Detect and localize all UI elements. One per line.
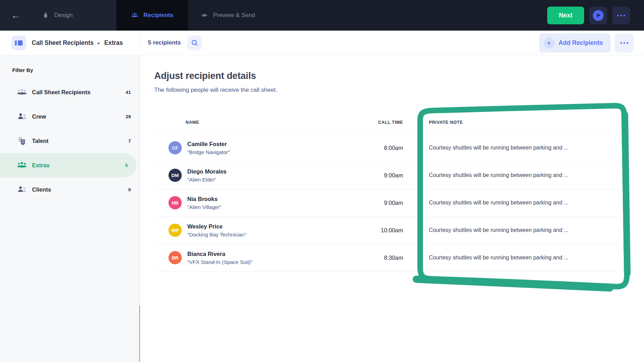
tab-label: Design [54, 12, 73, 19]
ellipsis-icon [617, 15, 625, 16]
call-time-cell[interactable]: 9:00am [349, 200, 403, 206]
recipient-table: NAME CALL TIME PRIVATE NOTE CF Camille F… [154, 112, 630, 272]
filter-sidebar: Filter By Call Sheet Recipients 41 Crew … [0, 55, 140, 362]
recipient-role: "Alien Elder" [187, 177, 227, 183]
name-cell: NB Nia Brooks "Alien Villager" [154, 196, 349, 210]
sidebar-item-talent[interactable]: Talent 7 [0, 129, 140, 153]
sidebar-item-label: Call Sheet Recipients [32, 89, 91, 96]
top-navigation-bar: ← Design Recipients Preview & Send [0, 0, 644, 31]
table-header-row: NAME CALL TIME PRIVATE NOTE [154, 112, 630, 134]
table-row[interactable]: CF Camille Foster "Bridge Navigator" 8:0… [154, 134, 630, 162]
call-sheet-icon[interactable] [11, 35, 26, 50]
sidebar-item-extras[interactable]: Extras 5 [0, 153, 136, 177]
recipient-role: "Bridge Navigator" [187, 149, 230, 155]
recipient-role: "Alien Villager" [187, 204, 221, 210]
sidebar-item-count: 0 [128, 187, 131, 192]
recipient-name: Wesley Price [187, 223, 246, 230]
breadcrumb-bar: Call Sheet Recipients ▸ Extras 5 recipie… [0, 31, 644, 55]
name-cell: CF Camille Foster "Bridge Navigator" [154, 141, 349, 155]
column-header-call-time: CALL TIME [349, 120, 403, 125]
recipient-name: Nia Brooks [187, 196, 221, 202]
table-row[interactable]: NB Nia Brooks "Alien Villager" 9:00am Co… [154, 189, 630, 217]
private-note-cell[interactable]: Courtesy shuttles will be running betwee… [429, 227, 630, 233]
ellipsis-icon [620, 42, 628, 44]
tab-label: Recipients [143, 12, 173, 19]
name-cell: DM Diego Morales "Alien Elder" [154, 168, 349, 183]
topbar-left-section: ← Design [0, 0, 116, 31]
name-cell: BR Bianca Rivera "VFX Stand-In (Space Su… [154, 251, 349, 265]
avatar-initials: BR [172, 255, 179, 260]
sidebar-item-label: Clients [32, 186, 51, 193]
sidebar-item-label: Extras [32, 162, 49, 169]
column-header-name: NAME [154, 120, 349, 125]
table-row[interactable]: DM Diego Morales "Alien Elder" 9:00am Co… [154, 162, 630, 189]
people-group-icon [131, 11, 139, 19]
tab-preview-and-send[interactable]: Preview & Send [188, 0, 268, 31]
topbar-actions: Next [547, 0, 644, 31]
group-icon [17, 87, 27, 97]
recipient-name: Diego Morales [187, 168, 227, 175]
eye-icon [201, 11, 208, 19]
play-button[interactable] [589, 7, 607, 24]
avatar-initials: WP [171, 228, 179, 233]
avatar: DM [168, 169, 182, 182]
recipient-name: Bianca Rivera [187, 251, 252, 257]
ink-drop-icon [42, 11, 49, 19]
call-time-cell[interactable]: 8:00am [349, 145, 403, 151]
name-cell: WP Wesley Price "Docking Bay Technician" [154, 223, 349, 238]
sidebar-item-count: 41 [126, 90, 131, 95]
recipient-name: Camille Foster [187, 141, 230, 147]
sidebar-item-count: 5 [125, 163, 128, 168]
clients-icon [17, 184, 27, 195]
avatar-initials: DM [172, 173, 179, 178]
avatar: NB [168, 196, 182, 209]
search-icon [191, 39, 198, 46]
tab-design[interactable]: Design [31, 0, 83, 31]
sidebar-item-clients[interactable]: Clients 0 [0, 177, 140, 202]
table-row[interactable]: WP Wesley Price "Docking Bay Technician"… [154, 217, 630, 244]
private-note-cell[interactable]: Courtesy shuttles will be running betwee… [429, 172, 630, 178]
filter-by-heading: Filter By [12, 67, 140, 73]
topbar-more-button[interactable] [612, 7, 630, 24]
back-button[interactable]: ← [0, 10, 31, 21]
sidebar-item-crew[interactable]: Crew 29 [0, 104, 140, 129]
next-button[interactable]: Next [547, 7, 584, 24]
sidebar-item-count: 7 [128, 138, 131, 144]
plus-icon: + [543, 38, 555, 49]
add-recipients-button[interactable]: + Add Recipients [539, 33, 611, 53]
main-content: Adjust recipient details The following p… [140, 55, 644, 362]
call-time-cell[interactable]: 8:30am [349, 255, 403, 261]
table-row[interactable]: BR Bianca Rivera "VFX Stand-In (Space Su… [154, 244, 630, 272]
subbar-more-button[interactable] [615, 33, 634, 53]
avatar-initials: CF [172, 145, 178, 151]
avatar: WP [168, 224, 182, 237]
breadcrumb-root[interactable]: Call Sheet Recipients [32, 39, 94, 47]
call-time-cell[interactable]: 10:00am [349, 227, 403, 234]
recipient-table-body: CF Camille Foster "Bridge Navigator" 8:0… [154, 134, 630, 272]
private-note-cell[interactable]: Courtesy shuttles will be running betwee… [429, 200, 630, 206]
sidebar-item-call-sheet-recipients[interactable]: Call Sheet Recipients 41 [0, 80, 140, 104]
play-icon [593, 10, 604, 21]
breadcrumb: Call Sheet Recipients ▸ Extras [32, 39, 123, 47]
call-time-cell[interactable]: 9:00am [349, 172, 403, 179]
avatar: CF [168, 141, 182, 154]
tab-recipients[interactable]: Recipients [116, 0, 188, 31]
private-note-cell[interactable]: Courtesy shuttles will be running betwee… [429, 255, 630, 261]
tab-label: Preview & Send [213, 12, 255, 19]
recipient-count-group: 5 recipients [140, 35, 202, 50]
subbar-actions: + Add Recipients [539, 33, 634, 53]
page-subtitle: The following people will receive the ca… [154, 87, 630, 94]
breadcrumb-current: Extras [104, 39, 123, 47]
avatar: BR [168, 251, 182, 264]
crew-icon [17, 111, 27, 122]
sidebar-item-label: Talent [32, 138, 48, 144]
column-header-private-note: PRIVATE NOTE [429, 120, 630, 125]
avatar-initials: NB [172, 200, 179, 206]
back-arrow-icon: ← [11, 10, 21, 21]
group-icon [17, 160, 27, 170]
topbar-spacer [268, 0, 547, 31]
search-button[interactable] [187, 35, 202, 50]
sidebar-item-label: Crew [32, 113, 46, 120]
add-recipients-label: Add Recipients [559, 39, 603, 47]
private-note-cell[interactable]: Courtesy shuttles will be running betwee… [429, 145, 630, 151]
